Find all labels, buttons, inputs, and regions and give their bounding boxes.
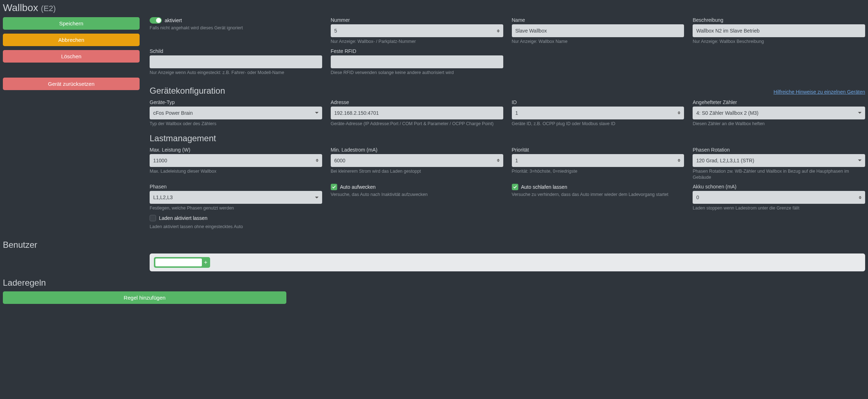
stepper-icon [316, 159, 319, 162]
address-input[interactable] [331, 107, 503, 119]
keep-charging-checkbox[interactable]: Laden aktiviert lassen [150, 215, 207, 221]
schild-label: Schild [150, 48, 322, 54]
rfid-help: Diese RFID verwenden solange keine ander… [331, 70, 503, 76]
phaserot-help: Phasen Rotation zw. WB-Zähler und Wallbo… [693, 168, 865, 181]
reset-device-button[interactable]: Gerät zurücksetzen [3, 78, 140, 90]
attached-help: Diesen Zähler an die Wallbox heften [693, 121, 865, 127]
desc-help: Nur Anzeige: Wallbox Beschreibung [693, 39, 865, 45]
name-label: Name [512, 17, 684, 23]
delete-button[interactable]: Löschen [3, 50, 140, 63]
name-input[interactable] [512, 24, 684, 37]
stepper-icon [859, 196, 862, 199]
mincurr-label: Min. Ladestrom (mA) [331, 147, 503, 153]
rfid-input[interactable] [331, 55, 503, 68]
sleep-label: Auto schlafen lassen [521, 184, 567, 190]
check-icon [331, 184, 337, 190]
stepper-icon [497, 159, 500, 162]
wake-help: Versuche, das Auto nach Inaktivität aufz… [331, 192, 503, 198]
number-help: Nur Anzeige: Wallbox- / Parkplatz-Nummer [331, 39, 503, 45]
mincurr-input[interactable]: 6000 [331, 154, 503, 167]
devtype-select[interactable]: cFos Power Brain [150, 107, 322, 119]
mincurr-help: Bei kleinerem Strom wird das Laden gesto… [331, 168, 503, 174]
sleep-checkbox[interactable]: Auto schlafen lassen [512, 184, 567, 190]
title-main: Wallbox [3, 2, 38, 13]
chevron-down-icon [858, 112, 862, 114]
devtype-help: Typ der Wallbox oder des Zählers [150, 121, 322, 127]
address-label: Adresse [331, 99, 503, 105]
checkbox-empty-icon [150, 215, 156, 221]
phases-select[interactable]: L1,L2,L3 [150, 191, 322, 204]
cancel-button[interactable]: Abbrechen [3, 34, 140, 46]
schild-help: Nur Anzeige wenn Auto eingesteckt: z.B. … [150, 70, 322, 76]
save-button[interactable]: Speichern [3, 17, 140, 30]
hints-link[interactable]: Hilfreiche Hinweise zu einzelnen Geräten [774, 89, 865, 95]
check-icon [512, 184, 518, 190]
stepper-icon [678, 159, 680, 162]
activated-label: aktiviert [165, 18, 182, 23]
keep-help: Laden aktiviert lassen ohne eingesteckte… [150, 224, 322, 230]
attached-label: Angehefteter Zähler [693, 99, 865, 105]
user-input[interactable] [155, 258, 202, 266]
chevron-down-icon [315, 197, 319, 198]
rfid-label: Feste RFID [331, 48, 503, 54]
desc-label: Beschreibung [693, 17, 865, 23]
chevron-down-icon [315, 112, 319, 114]
title-sub: (E2) [41, 4, 56, 13]
priority-input[interactable]: 1 [512, 154, 684, 167]
phases-label: Phasen [150, 184, 322, 189]
maxpower-help: Max. Ladeleistung dieser Wallbox [150, 168, 322, 174]
users-strip: + [150, 253, 865, 271]
phases-help: Festlegen, welche Phasen genutzt werden [150, 205, 322, 211]
action-sidebar: Speichern Abbrechen Löschen Gerät zurück… [3, 17, 140, 233]
priority-label: Priorität [512, 147, 684, 153]
phaserot-label: Phasen Rotation [693, 147, 865, 153]
config-section-title: Gerätekonfiguration [150, 86, 225, 96]
number-input[interactable]: 5 [331, 24, 503, 37]
maxpower-label: Max. Leistung (W) [150, 147, 322, 153]
page-title: Wallbox (E2) [3, 2, 865, 14]
activated-toggle[interactable] [150, 17, 162, 24]
desc-input[interactable] [693, 24, 865, 37]
id-label: ID [512, 99, 684, 105]
address-help: Geräte-Adresse (IP Addresse:Port / COM P… [331, 121, 503, 127]
wake-label: Auto aufwecken [340, 184, 376, 190]
stepper-icon [678, 111, 680, 114]
form-content: aktiviert Falls nicht angehakt wird dies… [150, 17, 865, 233]
priority-help: Priorität: 3=höchste, 0=niedrigste [512, 168, 684, 174]
name-help: Nur Anzeige: Wallbox Name [512, 39, 684, 45]
rules-section-title: Laderegeln [3, 278, 865, 288]
add-user-pill[interactable]: + [154, 257, 210, 268]
stepper-icon [497, 29, 500, 33]
akku-help: Laden stoppen wenn Ladestrom unter die G… [693, 205, 865, 211]
activated-help: Falls nicht angehakt wird dieses Gerät i… [150, 25, 322, 31]
schild-input[interactable] [150, 55, 322, 68]
id-help: Geräte ID, z.B. OCPP plug ID oder Modbus… [512, 121, 684, 127]
id-input[interactable]: 1 [512, 107, 684, 119]
chevron-down-icon [858, 159, 862, 161]
devtype-label: Geräte-Typ [150, 99, 322, 105]
phaserot-select[interactable]: 120 Grad, L2,L3,L1 (STR) [693, 154, 865, 167]
keep-label: Laden aktiviert lassen [159, 215, 207, 221]
wake-checkbox[interactable]: Auto aufwecken [331, 184, 376, 190]
add-rule-button[interactable]: Regel hinzufügen [3, 291, 286, 304]
akku-label: Akku schonen (mA) [693, 184, 865, 189]
attached-select[interactable]: 4: S0 Zähler Wallbox 2 (M3) [693, 107, 865, 119]
number-label: Nummer [331, 17, 503, 23]
maxpower-input[interactable]: 11000 [150, 154, 322, 167]
users-section-title: Benutzer [3, 240, 865, 250]
plus-icon: + [203, 260, 209, 265]
sleep-help: Versuche zu verhindern, dass das Auto im… [512, 192, 684, 198]
akku-input[interactable]: 0 [693, 191, 865, 204]
load-section-title: Lastmanagement [150, 133, 865, 143]
